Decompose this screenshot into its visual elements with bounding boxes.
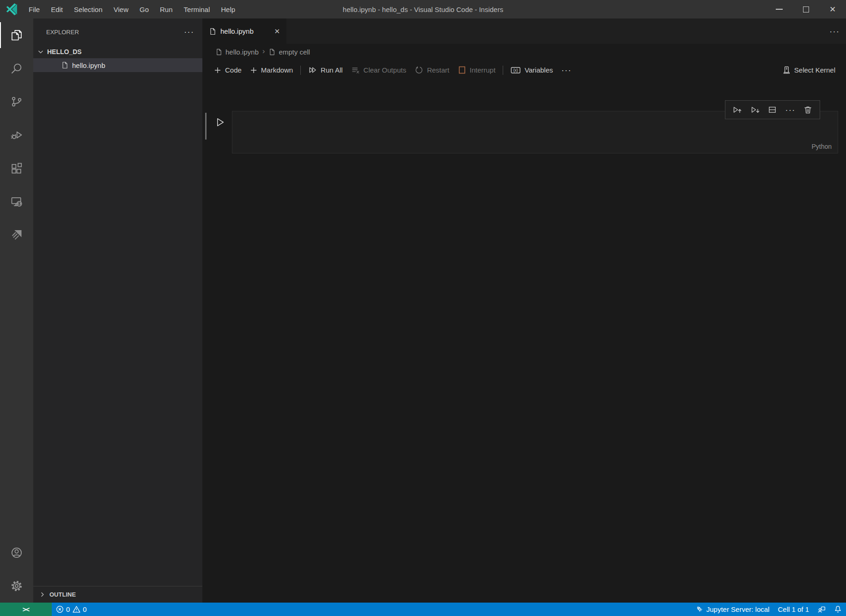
add-code-label: Code (225, 66, 242, 74)
menu-selection[interactable]: Selection (68, 0, 108, 18)
restart-icon (414, 66, 423, 74)
menu-edit[interactable]: Edit (45, 0, 68, 18)
bell-icon (834, 605, 842, 613)
folder-section-hello-ds[interactable]: HELLO_DS (33, 45, 202, 58)
chevron-down-icon (37, 48, 44, 55)
run-and-debug-icon (10, 128, 23, 141)
add-markdown-cell-button[interactable]: Markdown (246, 62, 297, 78)
maximize-button[interactable] (792, 0, 819, 18)
feedback-icon (817, 605, 826, 614)
activity-bar (0, 18, 33, 603)
close-button[interactable]: ✕ (819, 0, 846, 18)
notifications-button[interactable] (830, 603, 846, 616)
window-controls: ✕ (766, 0, 846, 18)
remote-indicator[interactable]: >< (0, 603, 52, 616)
breadcrumb-file-label: hello.ipynb (225, 48, 259, 56)
settings-button[interactable] (0, 569, 33, 603)
sidebar-item-run-debug[interactable] (0, 118, 33, 152)
menu-run[interactable]: Run (154, 0, 178, 18)
notebook-file-icon (209, 28, 216, 35)
editor-actions: ··· (829, 18, 840, 44)
editor-more-actions-icon[interactable]: ··· (829, 29, 840, 34)
more-actions-icon: ··· (561, 67, 572, 73)
toolbar-separator (300, 66, 301, 75)
explorer-header: EXPLORER ··· (33, 18, 202, 45)
cell-language-picker[interactable]: Python (811, 143, 832, 150)
menu-terminal[interactable]: Terminal (178, 0, 216, 18)
status-bar: >< 0 0 (0, 603, 846, 616)
execute-above-cells-button[interactable] (731, 104, 743, 116)
close-icon: ✕ (829, 6, 836, 13)
accounts-button[interactable] (0, 536, 33, 569)
cell-position-indicator[interactable]: Cell 1 of 1 (773, 603, 813, 616)
interrupt-button[interactable]: Interrupt (454, 62, 500, 78)
cell-position-label: Cell 1 of 1 (778, 605, 809, 613)
breadcrumb-cell-label: empty cell (279, 48, 310, 56)
files-icon (10, 29, 23, 42)
variables-icon: (x) (511, 66, 521, 74)
restart-button[interactable]: Restart (410, 62, 453, 78)
restart-label: Restart (427, 66, 449, 74)
plus-icon (214, 67, 221, 74)
minimize-button[interactable] (766, 0, 792, 18)
accounts-icon (10, 546, 23, 559)
toolbar-more-actions-button[interactable]: ··· (557, 62, 576, 78)
interrupt-label: Interrupt (470, 66, 496, 74)
execute-cell-and-below-button[interactable] (749, 104, 761, 116)
sidebar-item-search[interactable] (0, 52, 33, 85)
explorer-title: EXPLORER (46, 29, 79, 36)
breadcrumb-file[interactable]: hello.ipynb (215, 48, 259, 56)
sidebar-item-extensions[interactable] (0, 152, 33, 185)
notebook-toolbar: Code Markdown Run All Clear Outputs Res (202, 60, 846, 80)
sidebar-item-source-control[interactable] (0, 85, 33, 118)
sidebar-item-remote-explorer[interactable] (0, 185, 33, 218)
tab-bar: hello.ipynb ✕ ··· (202, 18, 846, 44)
svg-text:(x): (x) (513, 68, 518, 73)
cell-more-actions-button[interactable]: ··· (784, 104, 796, 116)
file-item-hello-ipynb[interactable]: hello.ipynb (33, 58, 202, 72)
tab-hello-ipynb[interactable]: hello.ipynb ✕ (202, 18, 286, 44)
triangle-extension-icon (10, 228, 23, 241)
clear-outputs-label: Clear Outputs (364, 66, 407, 74)
delete-cell-button[interactable] (802, 104, 814, 116)
sidebar-item-explorer[interactable] (0, 18, 33, 52)
kernel-icon (782, 66, 791, 74)
outline-section[interactable]: OUTLINE (33, 586, 202, 603)
menu-go[interactable]: Go (134, 0, 154, 18)
menu-help[interactable]: Help (215, 0, 241, 18)
jupyter-server-label: Jupyter Server: local (706, 605, 770, 613)
file-item-label: hello.ipynb (72, 61, 105, 69)
source-control-icon (10, 95, 23, 108)
sidebar-item-custom-extension[interactable] (0, 218, 33, 251)
split-cell-button[interactable] (767, 104, 779, 116)
select-kernel-button[interactable]: Select Kernel (778, 62, 840, 78)
jupyter-server-indicator[interactable]: Jupyter Server: local (692, 603, 774, 616)
warning-icon (73, 605, 80, 613)
menu-view[interactable]: View (108, 0, 134, 18)
interrupt-icon (458, 66, 466, 74)
cell-focus-indicator[interactable] (205, 113, 207, 140)
explorer-sidebar: EXPLORER ··· HELLO_DS hello.ipynb OUTLIN… (33, 18, 202, 603)
variables-button[interactable]: (x) Variables (506, 62, 557, 78)
folder-section-label: HELLO_DS (47, 48, 82, 55)
add-code-cell-button[interactable]: Code (210, 62, 246, 78)
run-all-button[interactable]: Run All (304, 62, 347, 78)
run-cell-button[interactable] (214, 116, 226, 128)
feedback-button[interactable] (813, 603, 830, 616)
warning-count: 0 (83, 605, 86, 613)
file-icon (268, 49, 275, 55)
search-icon (10, 62, 23, 75)
plus-icon (250, 67, 257, 74)
notebook-body: ··· Python (202, 80, 846, 603)
problems-indicator[interactable]: 0 0 (52, 603, 91, 616)
settings-gear-icon (10, 579, 23, 592)
outline-section-label: OUTLINE (49, 591, 76, 598)
vscode-insiders-logo-icon (5, 2, 18, 16)
add-markdown-label: Markdown (261, 66, 293, 74)
explorer-more-actions-icon[interactable]: ··· (184, 29, 194, 34)
breadcrumb-cell[interactable]: empty cell (268, 48, 310, 56)
menu-file[interactable]: File (23, 0, 45, 18)
tab-close-icon[interactable]: ✕ (272, 26, 282, 37)
variables-label: Variables (524, 66, 553, 74)
clear-outputs-button[interactable]: Clear Outputs (347, 62, 411, 78)
